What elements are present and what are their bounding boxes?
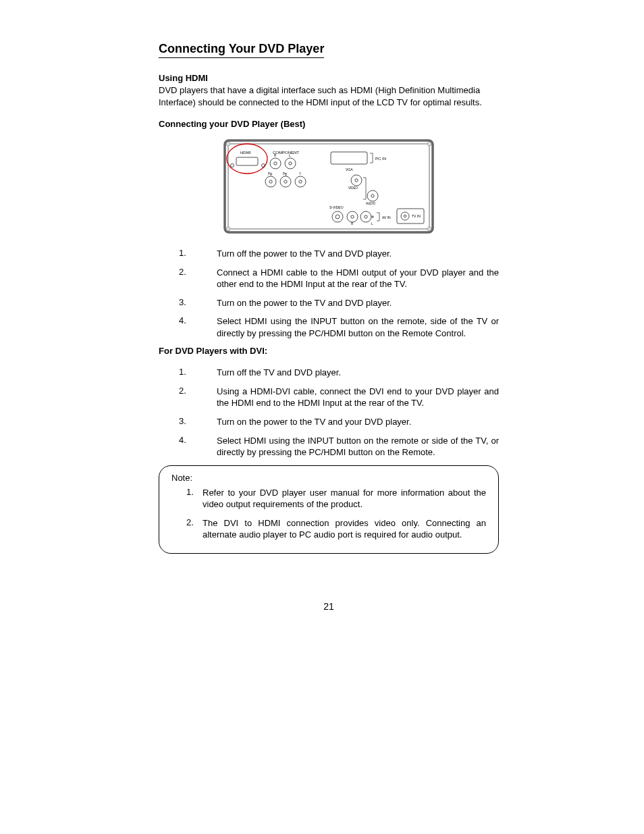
paragraph-hdmi: DVD players that have a digital interfac… bbox=[159, 84, 499, 108]
list-item: 1.Turn off the power to the TV and DVD p… bbox=[179, 248, 499, 260]
svg-text:PR: PR bbox=[268, 172, 273, 176]
svg-point-27 bbox=[367, 190, 378, 201]
note-list: 1.Refer to your DVD player user manual f… bbox=[171, 487, 486, 541]
label-hdmi: HDMI bbox=[240, 151, 251, 155]
section-heading-best: Connecting your DVD Player (Best) bbox=[159, 119, 499, 129]
list-item: 2.Using a HDMI-DVI cable, connect the DV… bbox=[179, 386, 499, 409]
svg-point-29 bbox=[332, 211, 343, 222]
svg-point-15 bbox=[265, 176, 276, 187]
label-audio: AUDIO bbox=[366, 202, 376, 205]
svg-point-16 bbox=[269, 180, 272, 183]
svg-point-32 bbox=[351, 215, 354, 218]
svg-point-3 bbox=[427, 142, 431, 146]
rear-panel-diagram: HDMI COMPONENT R L PR PB Y bbox=[159, 138, 499, 234]
label-avin: AV IN bbox=[382, 215, 391, 219]
list-item: 4.Select HDMI using the INPUT button on … bbox=[179, 315, 499, 339]
svg-point-21 bbox=[295, 176, 306, 187]
list-item: 1.Turn off the TV and DVD player. bbox=[179, 367, 499, 379]
svg-point-5 bbox=[427, 227, 431, 231]
svg-point-25 bbox=[351, 175, 362, 186]
label-svideo: S-VIDEO bbox=[329, 205, 344, 209]
svg-point-31 bbox=[347, 211, 358, 222]
label-component: COMPONENT bbox=[273, 151, 299, 155]
svg-rect-1 bbox=[228, 144, 429, 229]
svg-point-13 bbox=[289, 162, 292, 165]
svg-text:Y: Y bbox=[299, 172, 301, 176]
section-heading-hdmi: Using HDMI bbox=[159, 73, 499, 83]
svg-text:R: R bbox=[351, 222, 354, 226]
label-vga: VGA bbox=[346, 167, 353, 172]
svg-point-4 bbox=[226, 227, 230, 231]
svg-point-39 bbox=[401, 212, 409, 220]
highlight-circle-icon bbox=[227, 144, 267, 174]
list-item: 2.Connect a HDMI cable to the HDMI outpu… bbox=[179, 267, 499, 290]
list-item: 3.Turn on the power to the TV and DVD pl… bbox=[179, 297, 499, 309]
svg-point-34 bbox=[360, 211, 371, 222]
svg-point-8 bbox=[262, 164, 265, 167]
svg-point-40 bbox=[404, 215, 406, 217]
svg-point-19 bbox=[284, 180, 287, 183]
svg-text:L: L bbox=[371, 222, 373, 226]
svg-point-26 bbox=[355, 179, 358, 182]
list-item: 4.Select HDMI using the INPUT button on … bbox=[179, 435, 499, 459]
svg-rect-24 bbox=[331, 152, 367, 164]
label-video: VIDEO bbox=[348, 186, 358, 190]
svg-point-22 bbox=[299, 180, 302, 183]
section-heading-dvi: For DVD Players with DVI: bbox=[159, 346, 499, 356]
label-tvin: TV IN bbox=[412, 214, 421, 218]
note-label: Note: bbox=[171, 473, 486, 483]
note-box: Note: 1.Refer to your DVD player user ma… bbox=[159, 465, 499, 554]
svg-point-10 bbox=[274, 162, 277, 165]
list-item: 2.The DVI to HDMI connection provides vi… bbox=[186, 517, 486, 541]
label-pcin: PC IN bbox=[375, 157, 386, 161]
svg-point-28 bbox=[371, 194, 374, 197]
steps-list-dvi: 1.Turn off the TV and DVD player. 2.Usin… bbox=[159, 367, 499, 458]
svg-point-9 bbox=[270, 158, 281, 169]
svg-rect-6 bbox=[236, 157, 258, 165]
list-item: 1.Refer to your DVD player user manual f… bbox=[186, 487, 486, 511]
svg-text:PB: PB bbox=[283, 172, 287, 176]
svg-point-30 bbox=[336, 215, 340, 219]
svg-point-35 bbox=[365, 215, 367, 218]
document-page: Connecting Your DVD Player Using HDMI DV… bbox=[0, 0, 644, 639]
svg-point-18 bbox=[280, 176, 291, 187]
svg-point-2 bbox=[226, 142, 230, 146]
svg-point-12 bbox=[285, 158, 296, 169]
svg-point-36 bbox=[372, 216, 373, 217]
page-number: 21 bbox=[159, 601, 499, 612]
steps-list-best: 1.Turn off the power to the TV and DVD p… bbox=[159, 248, 499, 339]
list-item: 3.Turn on the power to the TV and your D… bbox=[179, 416, 499, 428]
svg-point-7 bbox=[231, 164, 234, 167]
page-title: Connecting Your DVD Player bbox=[159, 42, 324, 58]
